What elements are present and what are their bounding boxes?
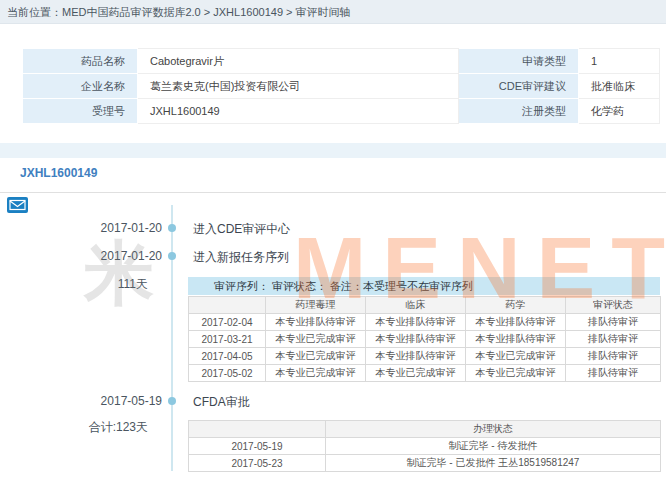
info-label-acceptance-no: 受理号: [23, 99, 138, 124]
info-value-company: 葛兰素史克(中国)投资有限公司: [138, 74, 459, 99]
info-row: 药品名称 Cabotegravir片 申请类型 1: [23, 49, 660, 74]
table-row: 2017-04-05本专业已完成审评本专业排队待审评本专业已完成审评排队待审评: [189, 348, 661, 365]
table-cell: 本专业已完成审评: [266, 331, 366, 348]
info-label-cde-advice: CDE审评建议: [459, 74, 579, 99]
table-cell: 制证完毕 - 待发批件: [326, 438, 661, 455]
table-cell: 本专业排队待审评: [466, 314, 566, 331]
info-value-cde-advice: 批准临床: [579, 74, 660, 99]
column-header: [189, 297, 266, 314]
table-cell: 排队待审评: [566, 331, 661, 348]
drug-info-table: 药品名称 Cabotegravir片 申请类型 1 企业名称 葛兰素史克(中国)…: [22, 48, 660, 124]
page-title: JXHL1600149: [20, 166, 97, 180]
breadcrumb[interactable]: 当前位置：MED中国药品审评数据库2.0 > JXHL1600149 > 审评时…: [0, 0, 666, 24]
timeline-event-cde-entry: 进入CDE审评中心: [193, 221, 290, 238]
review-status-table: 药理毒理临床药学审评状态2017-02-04本专业排队待审评本专业排队待审评本专…: [188, 296, 661, 382]
column-header: 审评状态: [566, 297, 661, 314]
review-sequence-note: 审评序列： 审评状态： 备注：本受理号不在审评序列: [188, 277, 660, 295]
info-value-drug-name: Cabotegravir片: [138, 49, 459, 74]
info-label-company: 企业名称: [23, 74, 138, 99]
table-cell: 2017-05-19: [189, 438, 326, 455]
timeline-dot: [168, 252, 176, 260]
section-band: [0, 143, 666, 158]
table-cell: 本专业已完成审评: [266, 348, 366, 365]
timeline-date: 2017-05-19: [40, 394, 162, 408]
table-cell: 本专业排队待审评: [466, 331, 566, 348]
column-header: 药学: [466, 297, 566, 314]
table-cell: 本专业排队待审评: [366, 331, 466, 348]
table-row: 2017-05-19制证完毕 - 待发批件: [189, 438, 661, 455]
table-cell: 2017-04-05: [189, 348, 266, 365]
info-label-drug-name: 药品名称: [23, 49, 138, 74]
table-cell: 排队待审评: [566, 314, 661, 331]
info-value-registration-type: 化学药: [579, 99, 660, 124]
table-cell: 排队待审评: [566, 365, 661, 382]
table-cell: 2017-05-02: [189, 365, 266, 382]
duration-111-days: 111天: [40, 276, 148, 293]
envelope-icon[interactable]: [7, 197, 28, 213]
table-row: 2017-02-04本专业排队待审评本专业排队待审评本专业排队待审评排队待审评: [189, 314, 661, 331]
table-cell: 本专业已完成审评: [266, 365, 366, 382]
column-header: 药理毒理: [266, 297, 366, 314]
table-cell: 本专业已完成审评: [366, 365, 466, 382]
info-row: 企业名称 葛兰素史克(中国)投资有限公司 CDE审评建议 批准临床: [23, 74, 660, 99]
table-cell: 本专业排队待审评: [366, 314, 466, 331]
timeline-event-cfda-approval: CFDA审批: [193, 394, 250, 411]
column-header: [189, 421, 326, 438]
table-row: 2017-03-21本专业已完成审评本专业排队待审评本专业排队待审评排队待审评: [189, 331, 661, 348]
table-cell: 2017-02-04: [189, 314, 266, 331]
total-days: 合计:123天: [40, 419, 148, 436]
column-header: 临床: [366, 297, 466, 314]
table-cell: 排队待审评: [566, 348, 661, 365]
table-cell: 本专业排队待审评: [266, 314, 366, 331]
info-label-registration-type: 注册类型: [459, 99, 579, 124]
info-value-application-type: 1: [579, 49, 660, 74]
table-cell: 2017-03-21: [189, 331, 266, 348]
timeline-date: 2017-01-20: [40, 221, 162, 235]
review-timeline-page: 当前位置：MED中国药品审评数据库2.0 > JXHL1600149 > 审评时…: [0, 0, 666, 482]
table-row: 2017-05-23制证完毕 - 已发批件 王丛18519581247: [189, 455, 661, 472]
timeline-dot: [168, 397, 176, 405]
table-cell: 本专业已完成审评: [466, 365, 566, 382]
table-row: 2017-05-02本专业已完成审评本专业已完成审评本专业已完成审评排队待审评: [189, 365, 661, 382]
table-cell: 本专业已完成审评: [466, 348, 566, 365]
info-label-application-type: 申请类型: [459, 49, 579, 74]
timeline-event-new-task-queue: 进入新报任务序列: [193, 249, 289, 266]
timeline-line: [171, 205, 173, 471]
table-cell: 本专业排队待审评: [366, 348, 466, 365]
processing-status-table: 办理状态2017-05-19制证完毕 - 待发批件2017-05-23制证完毕 …: [188, 420, 661, 472]
table-cell: 2017-05-23: [189, 455, 326, 472]
timeline-dot: [168, 224, 176, 232]
table-cell: 制证完毕 - 已发批件 王丛18519581247: [326, 455, 661, 472]
column-header: 办理状态: [326, 421, 661, 438]
info-row: 受理号 JXHL1600149 注册类型 化学药: [23, 99, 660, 124]
divider: [0, 192, 666, 193]
info-value-acceptance-no: JXHL1600149: [138, 99, 459, 124]
timeline-date: 2017-01-20: [40, 249, 162, 263]
